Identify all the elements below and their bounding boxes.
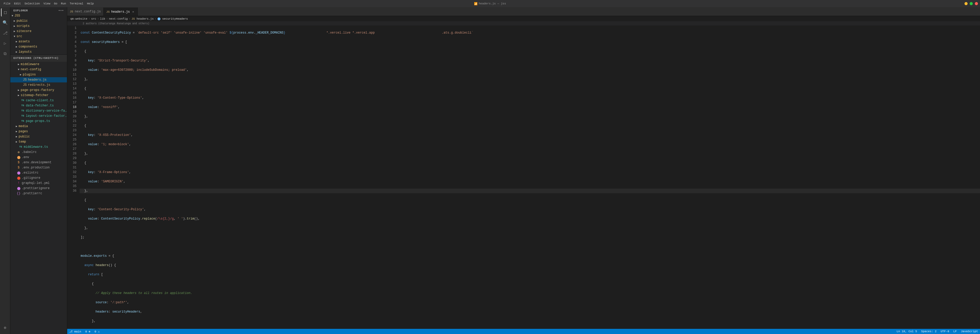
tab-headers-js[interactable]: JS headers.js ✕ bbox=[103, 8, 138, 16]
line-ending[interactable]: LF bbox=[953, 330, 957, 333]
js-file-icon: JS bbox=[70, 10, 73, 13]
tree-item-middleware-ts[interactable]: TS middleware.ts bbox=[10, 145, 67, 150]
code-line-21: value: ContentSecurityPolicy.replace(/\s… bbox=[80, 216, 980, 221]
tree-item-page-props-factory[interactable]: ▶ page-props-factory bbox=[10, 87, 67, 93]
menu-edit[interactable]: Edit bbox=[13, 2, 22, 6]
git-branch[interactable]: ⎇ main bbox=[69, 330, 81, 333]
tree-item-sitemap-fetcher[interactable]: ▶ sitemap-fetcher bbox=[10, 93, 67, 98]
arrow-icon: ▶ bbox=[14, 125, 19, 128]
tree-item-jss[interactable]: ▼ JSS bbox=[10, 13, 67, 18]
tree-item-layout-service[interactable]: TS layout-service-factory.ts bbox=[10, 113, 67, 119]
code-content[interactable]: const ContentSecurityPolicy = `default-s… bbox=[80, 26, 980, 329]
tree-item-gitignore[interactable]: ⬤ .gitignore bbox=[10, 175, 67, 181]
sidebar-more-icon[interactable]: ••• bbox=[59, 9, 64, 12]
spaces[interactable]: Spaces: 2 bbox=[921, 330, 936, 333]
menu-file[interactable]: File bbox=[2, 2, 12, 6]
tree-item-public[interactable]: ▶ public bbox=[10, 18, 67, 24]
extensions-header[interactable]: Extensions (Ctrl+Shift+X) bbox=[10, 56, 67, 61]
maximize-button[interactable] bbox=[970, 2, 973, 5]
arrow-icon: ▶ bbox=[14, 140, 19, 143]
tree-item-temp[interactable]: ▶ temp bbox=[10, 139, 67, 145]
breadcrumb-item-security[interactable]: ⬤ securityHeaders bbox=[158, 17, 188, 21]
activity-explorer[interactable]: ⬚ bbox=[1, 8, 9, 16]
code-editor[interactable]: 1 2 3 4 5 6 7 8 9 10 11 12 13 14 15 16 1… bbox=[67, 26, 980, 329]
editor-area: JS next.config.js JS headers.js ✕ qm-web… bbox=[67, 7, 980, 334]
menu-help[interactable]: Help bbox=[85, 2, 95, 6]
tree-item-pages[interactable]: ▶ pages bbox=[10, 129, 67, 134]
tab-next-config[interactable]: JS next.config.js bbox=[67, 8, 103, 16]
activity-source-control[interactable]: ⎇ bbox=[1, 29, 9, 37]
tree-item-components[interactable]: ▶ components bbox=[10, 44, 67, 49]
tree-item-env-prod[interactable]: $ .env.production bbox=[10, 165, 67, 170]
tree-item-media[interactable]: ▶ media bbox=[10, 124, 67, 129]
breadcrumb-item-next-config[interactable]: next-config bbox=[109, 17, 128, 21]
tree-item-scripts[interactable]: ▶ scripts bbox=[10, 24, 67, 29]
line-num: 24 bbox=[70, 133, 76, 137]
tree-item-next-config[interactable]: ▼ next-config bbox=[10, 67, 67, 72]
breadcrumb-item-headers[interactable]: JS headers.js bbox=[132, 17, 154, 21]
tree-item-plugins[interactable]: ▶ plugins bbox=[10, 72, 67, 77]
folder-label: next-config bbox=[21, 68, 41, 71]
tree-item-eslintrc[interactable]: ⬤ .eslintrc bbox=[10, 170, 67, 175]
tree-item-env-dev[interactable]: $ .env.development bbox=[10, 160, 67, 165]
errors-count[interactable]: 0 ⊗ bbox=[85, 330, 91, 333]
ts-icon: TS bbox=[21, 110, 25, 112]
window-controls[interactable] bbox=[964, 2, 978, 5]
activity-extensions[interactable]: ⧉ bbox=[1, 49, 9, 58]
tree-item-babelrc[interactable]: ⚙ .babelrc bbox=[10, 150, 67, 155]
encoding[interactable]: UTF-8 bbox=[941, 330, 949, 333]
code-line-16: key: 'X-Frame-Options', bbox=[80, 170, 980, 175]
tab-close-button[interactable]: ✕ bbox=[131, 10, 135, 14]
code-line-15: { bbox=[80, 161, 980, 165]
tree-item-prettierrc[interactable]: {} .prettierrc bbox=[10, 191, 67, 196]
code-line-30: source: '/:path*', bbox=[80, 300, 980, 305]
tree-item-layouts[interactable]: ▶ layouts bbox=[10, 49, 67, 54]
close-button[interactable] bbox=[975, 2, 978, 5]
cursor-position[interactable]: Ln 18, Col 5 bbox=[897, 330, 917, 333]
tab-label: headers.js bbox=[111, 10, 130, 14]
tree-item-sitecore[interactable]: ▶ sitecore bbox=[10, 29, 67, 34]
menu-view[interactable]: View bbox=[42, 2, 52, 6]
file-label: layout-service-factory.ts bbox=[26, 114, 67, 118]
activity-remote[interactable]: ⊕ bbox=[1, 324, 9, 332]
line-num: 28 bbox=[70, 151, 76, 156]
tree-item-env[interactable]: ⬤ .env bbox=[10, 155, 67, 160]
graphql-icon: ! bbox=[16, 181, 21, 185]
menu-run[interactable]: Run bbox=[59, 2, 68, 6]
breadcrumb-item-src[interactable]: src bbox=[91, 17, 96, 21]
line-num: 23 bbox=[70, 128, 76, 133]
tree-item-cache-client[interactable]: TS cache-client.ts bbox=[10, 98, 67, 103]
menu-go[interactable]: Go bbox=[52, 2, 59, 6]
tree-item-prettierignore[interactable]: ⬤ .prettierignore bbox=[10, 186, 67, 191]
tree-item-dictionary-service[interactable]: TS dictionary-service-factory.ts bbox=[10, 108, 67, 113]
activity-run[interactable]: ▷ bbox=[1, 39, 9, 48]
tree-item-assets[interactable]: ▶ assets bbox=[10, 39, 67, 44]
code-line-1: const ContentSecurityPolicy = `default-s… bbox=[80, 30, 980, 35]
folder-label: sitecore bbox=[16, 29, 32, 33]
breadcrumb-item-lib[interactable]: lib bbox=[100, 17, 105, 21]
file-label: graphql-let.yml bbox=[22, 181, 49, 185]
tree-item-middleware-folder[interactable]: ▶ middleware bbox=[10, 62, 67, 67]
warnings-count[interactable]: 0 ⚠ bbox=[95, 330, 100, 333]
tree-item-page-props[interactable]: TS page-props.ts bbox=[10, 119, 67, 124]
breadcrumb-item-qm[interactable]: qm-website bbox=[70, 17, 88, 21]
tree-item-redirects-js[interactable]: JS redirects.js bbox=[10, 83, 67, 87]
line-num: 27 bbox=[70, 147, 76, 151]
minimize-button[interactable] bbox=[964, 2, 967, 5]
code-line-12: key: 'X-XSS-Protection', bbox=[80, 133, 980, 137]
language-mode[interactable]: JavaScript bbox=[961, 330, 978, 333]
tree-item-public2[interactable]: ▶ public bbox=[10, 134, 67, 139]
env-icon: ⬤ bbox=[16, 156, 21, 159]
tree-item-data-fetcher[interactable]: TS data-fetcher.ts bbox=[10, 103, 67, 108]
menu-terminal[interactable]: Terminal bbox=[68, 2, 85, 6]
menu-selection[interactable]: Selection bbox=[23, 2, 41, 6]
status-bar: ⎇ main 0 ⊗ 0 ⚠ Ln 18, Col 5 Spaces: 2 UT… bbox=[67, 329, 980, 334]
sidebar-tree: ▼ JSS ▶ public ▶ scripts ▶ sitecore ▼ sr… bbox=[10, 13, 67, 334]
code-line-29: // Apply these headers to all routes in … bbox=[80, 291, 980, 296]
line-num: 30 bbox=[70, 161, 76, 165]
arrow-icon: ▶ bbox=[16, 94, 21, 97]
tree-item-src[interactable]: ▼ src bbox=[10, 34, 67, 39]
activity-search[interactable]: 🔍 bbox=[1, 19, 9, 27]
tree-item-graphql-let[interactable]: ! graphql-let.yml bbox=[10, 181, 67, 186]
tree-item-headers-js[interactable]: JS headers.js bbox=[10, 77, 67, 83]
